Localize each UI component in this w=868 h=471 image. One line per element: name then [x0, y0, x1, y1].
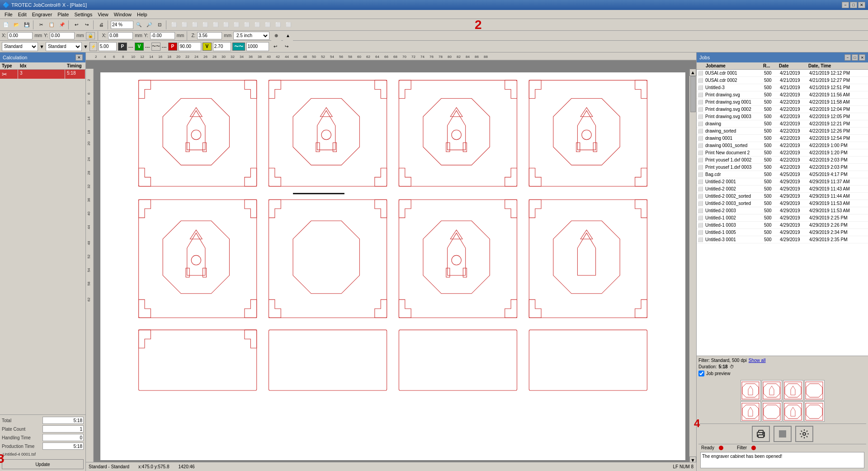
- cut-button[interactable]: ✂: [36, 20, 46, 30]
- tool-btn-8[interactable]: ⬜: [242, 20, 252, 30]
- y-input[interactable]: 0.00: [50, 32, 75, 39]
- job-preview-checkbox[interactable]: [698, 371, 704, 376]
- menu-plate[interactable]: Plate: [55, 11, 71, 18]
- job-row[interactable]: ⬜ 0USAI.cdr 0002 500 4/21/2019 4/21/2019…: [697, 77, 868, 84]
- tool-btn-1[interactable]: ⬜: [169, 20, 179, 30]
- job-row[interactable]: ⬜ drawing 0001 500 4/22/2019 4/22/2019 1…: [697, 135, 868, 142]
- zoom-input[interactable]: 24 %: [111, 21, 133, 29]
- job-row[interactable]: ⬜ Untitled-2 0002_sorted 500 4/29/2019 4…: [697, 193, 868, 200]
- profile2-select[interactable]: Standard: [46, 42, 82, 51]
- title-bar-controls[interactable]: − □ ✕: [842, 2, 865, 8]
- tool-btn-12[interactable]: ⬜: [283, 20, 293, 30]
- job-row[interactable]: ⬜ Untitled-1 0005 500 4/29/2019 4/29/201…: [697, 229, 868, 236]
- menu-window[interactable]: Window: [111, 11, 134, 18]
- save-button[interactable]: 💾: [22, 20, 32, 30]
- tool-btn-6[interactable]: ⬜: [221, 20, 231, 30]
- menu-settings[interactable]: Settings: [71, 11, 95, 18]
- job-row[interactable]: ⬜ Bag.cdr 500 4/25/2019 4/25/2019 4:17 P…: [697, 171, 868, 178]
- settings-btn2[interactable]: ↪: [282, 42, 292, 52]
- job-row[interactable]: ⬜ Untitled-2 0001 500 4/29/2019 4/29/201…: [697, 178, 868, 186]
- vertical-scrollbar[interactable]: ▲ ▼: [689, 69, 696, 464]
- zoom-fit-button[interactable]: ⊡: [155, 20, 165, 30]
- job-row[interactable]: ⬜ Untitled-2 0003_sorted 500 4/29/2019 4…: [697, 200, 868, 207]
- calc-close-button[interactable]: ✕: [75, 54, 83, 61]
- close-button[interactable]: ✕: [858, 2, 865, 8]
- print-action-button[interactable]: [752, 426, 770, 442]
- menu-file[interactable]: File: [2, 11, 15, 18]
- tool-btn-4[interactable]: ⬜: [200, 20, 210, 30]
- print-button[interactable]: 🖨: [96, 20, 106, 30]
- apply-button[interactable]: ⊕: [271, 31, 281, 41]
- settings-btn1[interactable]: ↩: [270, 42, 280, 52]
- tool-btn-2[interactable]: ⬜: [179, 20, 189, 30]
- profile1-select[interactable]: Standard: [2, 42, 38, 51]
- open-button[interactable]: 📂: [11, 20, 21, 30]
- job-row[interactable]: ⬜ Untitled-1 0003 500 4/29/2019 4/29/201…: [697, 222, 868, 229]
- tool-btn-10[interactable]: ⬜: [263, 20, 273, 30]
- job-row[interactable]: ⬜ Print drawing.svg 0003 500 4/22/2019 4…: [697, 113, 868, 120]
- x-input[interactable]: 0.00: [8, 32, 33, 39]
- preset-select[interactable]: 2.5 inch: [233, 32, 269, 40]
- scroll-up-button[interactable]: ▲: [689, 69, 696, 76]
- paste-button[interactable]: 📌: [57, 20, 67, 30]
- z-input[interactable]: 3.56: [197, 32, 222, 39]
- tool-btn-11[interactable]: ⬜: [273, 20, 283, 30]
- update-button[interactable]: Update: [2, 459, 84, 469]
- lock-button[interactable]: 🔒: [86, 32, 95, 39]
- job-row[interactable]: ⬜ Print New document 2 500 4/22/2019 4/2…: [697, 149, 868, 157]
- job-row[interactable]: ⬜ Print yousef 1.dxf 0003 500 4/22/2019 …: [697, 164, 868, 171]
- job-r: 500: [763, 194, 778, 199]
- redo-button[interactable]: ↪: [82, 20, 92, 30]
- canvas-main[interactable]: [94, 69, 689, 464]
- job-row[interactable]: ⬜ Untitled-2 0002 500 4/29/2019 4/29/201…: [697, 186, 868, 193]
- menu-view[interactable]: View: [95, 11, 111, 18]
- jobs-header: Jobs − □ ✕: [697, 52, 868, 62]
- x2-input[interactable]: 0.08: [108, 32, 133, 39]
- job-row[interactable]: ⬜ Print drawing.svg 0001 500 4/22/2019 4…: [697, 99, 868, 106]
- copy-button[interactable]: 📋: [47, 20, 57, 30]
- new-button[interactable]: 📄: [1, 20, 11, 30]
- undo-button[interactable]: ↩: [71, 20, 81, 30]
- job-row[interactable]: ⬜ Untitled-1 0002 500 4/29/2019 4/29/201…: [697, 214, 868, 222]
- menu-edit[interactable]: Edit: [15, 11, 29, 18]
- jobs-close-button[interactable]: ✕: [859, 54, 865, 61]
- ppi-input[interactable]: 1000: [246, 42, 269, 51]
- freq-input[interactable]: 2.70: [213, 42, 231, 51]
- settings-action-button[interactable]: [795, 426, 813, 442]
- job-row[interactable]: ⬜ Untitled-2 0003 500 4/29/2019 4/29/201…: [697, 207, 868, 214]
- calc-row-1[interactable]: ✂ 3 5:18: [0, 70, 85, 79]
- show-all-link[interactable]: Show all: [749, 358, 766, 363]
- menu-help[interactable]: Help: [134, 11, 150, 18]
- svg-rect-65: [139, 80, 257, 186]
- jobs-minimize-button[interactable]: −: [844, 54, 851, 61]
- jobs-list[interactable]: ⬜ 0USAI.cdr 0001 500 4/21/2019 4/21/2019…: [697, 70, 868, 356]
- scroll-v-thumb[interactable]: [690, 76, 696, 112]
- job-r: 500: [763, 157, 778, 162]
- job-row[interactable]: ⬜ drawing 0001_sorted 500 4/22/2019 4/22…: [697, 142, 868, 149]
- power-input[interactable]: 5.00: [99, 42, 117, 51]
- jobs-header-controls[interactable]: − □ ✕: [844, 54, 865, 61]
- horizontal-ruler: 2 4 6 8 10 12 14 16 18 20 22 24 26 28 30…: [86, 52, 696, 61]
- job-row[interactable]: ⬜ drawing 500 4/22/2019 4/22/2019 12:21 …: [697, 120, 868, 128]
- job-row[interactable]: ⬜ Print drawing.svg 500 4/22/2019 4/22/2…: [697, 91, 868, 99]
- zoom-out-button[interactable]: 🔎: [144, 20, 154, 30]
- job-row[interactable]: ⬜ drawing_sorted 500 4/22/2019 4/22/2019…: [697, 128, 868, 135]
- minimize-button[interactable]: −: [842, 2, 849, 8]
- stop-action-button[interactable]: [774, 426, 792, 442]
- job-row[interactable]: ⬜ Untitled-3 0001 500 4/29/2019 4/29/201…: [697, 236, 868, 243]
- job-row[interactable]: ⬜ Print yousef 1.dxf 0002 500 4/22/2019 …: [697, 157, 868, 164]
- tool-btn-7[interactable]: ⬜: [231, 20, 241, 30]
- tool-btn-3[interactable]: ⬜: [190, 20, 200, 30]
- menu-engraver[interactable]: Engraver: [29, 11, 55, 18]
- job-row[interactable]: ⬜ 0USAI.cdr 0001 500 4/21/2019 4/21/2019…: [697, 70, 868, 77]
- arrow-up-button[interactable]: ▲: [283, 31, 293, 41]
- maximize-button[interactable]: □: [850, 2, 857, 8]
- y2-input[interactable]: -0.00: [150, 32, 175, 39]
- zoom-in-button[interactable]: 🔍: [134, 20, 144, 30]
- speed-input[interactable]: 90.00: [179, 42, 201, 51]
- tool-btn-9[interactable]: ⬜: [252, 20, 262, 30]
- job-row[interactable]: ⬜ Untitled-3 500 4/21/2019 4/21/2019 12:…: [697, 84, 868, 91]
- jobs-restore-button[interactable]: □: [852, 54, 858, 61]
- tool-btn-5[interactable]: ⬜: [211, 20, 221, 30]
- job-row[interactable]: ⬜ Print drawing.svg 0002 500 4/22/2019 4…: [697, 106, 868, 113]
